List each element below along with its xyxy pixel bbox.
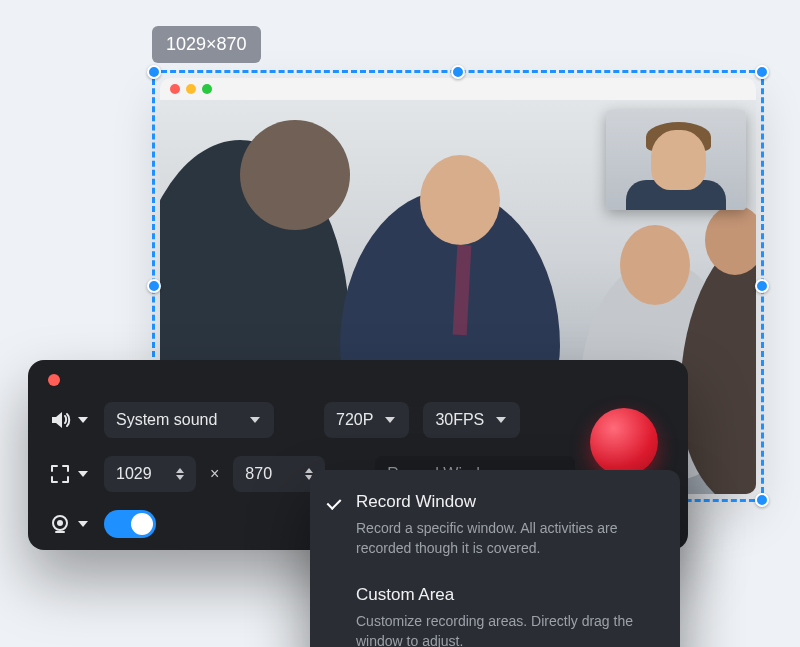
traffic-light-minimize-icon[interactable] xyxy=(186,84,196,94)
traffic-light-zoom-icon[interactable] xyxy=(202,84,212,94)
fullscreen-icon xyxy=(48,462,72,486)
menu-option-desc: Record a specific window. All activities… xyxy=(356,518,656,559)
width-field[interactable] xyxy=(104,456,196,492)
width-input[interactable] xyxy=(116,465,164,483)
audio-source-label: System sound xyxy=(116,411,217,429)
webcam-toggle[interactable] xyxy=(104,510,156,538)
speaker-icon xyxy=(48,408,72,432)
chevron-down-icon xyxy=(248,413,262,427)
window-titlebar xyxy=(160,78,756,100)
selection-size-badge: 1029×870 xyxy=(152,26,261,63)
resize-handle-left[interactable] xyxy=(147,279,161,293)
record-button[interactable] xyxy=(590,408,658,476)
resize-handle-bottom-right[interactable] xyxy=(755,493,769,507)
chevron-down-icon xyxy=(76,517,90,531)
menu-option-custom-area[interactable]: Custom Area Customize recording areas. D… xyxy=(310,575,680,647)
chevron-down-icon xyxy=(76,413,90,427)
dimension-separator: × xyxy=(210,465,219,483)
width-stepper[interactable] xyxy=(176,468,184,480)
record-zone-menu[interactable]: Record Window Record a specific window. … xyxy=(310,470,680,647)
resize-handle-top[interactable] xyxy=(451,65,465,79)
panel-close-button[interactable] xyxy=(48,374,60,386)
chevron-down-icon xyxy=(76,467,90,481)
menu-option-record-window[interactable]: Record Window Record a specific window. … xyxy=(310,482,680,571)
webcam-button[interactable] xyxy=(48,512,90,536)
height-input[interactable] xyxy=(245,465,293,483)
menu-option-title: Custom Area xyxy=(356,585,660,605)
resize-handle-right[interactable] xyxy=(755,279,769,293)
resolution-label: 720P xyxy=(336,411,373,429)
chevron-down-icon xyxy=(494,413,508,427)
fps-select[interactable]: 30FPS xyxy=(423,402,520,438)
fps-label: 30FPS xyxy=(435,411,484,429)
traffic-light-close-icon[interactable] xyxy=(170,84,180,94)
svg-point-1 xyxy=(57,520,63,526)
webcam-overlay[interactable] xyxy=(606,110,746,210)
audio-source-select[interactable]: System sound xyxy=(104,402,274,438)
capture-area-button[interactable] xyxy=(48,462,90,486)
resize-handle-top-right[interactable] xyxy=(755,65,769,79)
resize-handle-top-left[interactable] xyxy=(147,65,161,79)
check-icon xyxy=(326,496,344,514)
menu-option-title: Record Window xyxy=(356,492,660,512)
resolution-select[interactable]: 720P xyxy=(324,402,409,438)
chevron-down-icon xyxy=(383,413,397,427)
webcam-icon xyxy=(48,512,72,536)
audio-source-button[interactable] xyxy=(48,408,90,432)
menu-option-desc: Customize recording areas. Directly drag… xyxy=(356,611,656,647)
